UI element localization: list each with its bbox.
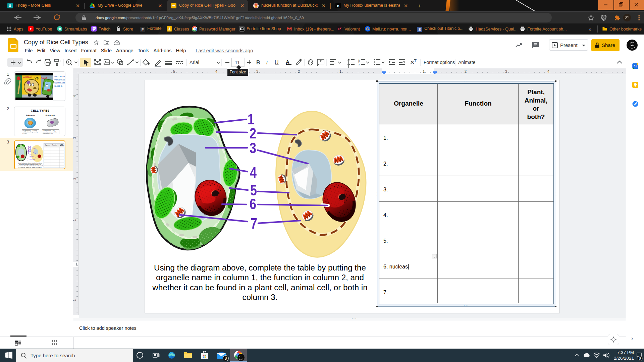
- svg-text:4: 4: [547, 69, 549, 73]
- svg-text:Format options: Format options: [424, 60, 455, 65]
- svg-text:3: 3: [256, 69, 258, 73]
- svg-text:Arial: Arial: [190, 60, 199, 65]
- svg-text:2: 2: [73, 178, 76, 180]
- svg-text:2: 2: [298, 69, 300, 73]
- svg-text:B: B: [256, 60, 260, 65]
- svg-text:1: 1: [73, 219, 76, 221]
- svg-text:U: U: [275, 60, 279, 65]
- svg-text:3: 3: [505, 69, 507, 73]
- svg-text:2: 2: [465, 69, 467, 73]
- svg-text:4: 4: [215, 69, 217, 73]
- svg-text:1: 1: [423, 69, 425, 73]
- svg-text:7: 7: [251, 215, 257, 232]
- svg-text:31: 31: [634, 65, 637, 68]
- svg-text:1: 1: [73, 299, 76, 301]
- svg-text:11: 11: [235, 60, 240, 65]
- svg-text:5: 5: [173, 69, 175, 73]
- svg-text:T: T: [414, 58, 417, 63]
- svg-text:I: I: [266, 60, 268, 65]
- svg-text:6: 6: [250, 195, 256, 213]
- svg-text:A: A: [286, 59, 289, 65]
- svg-text:3: 3: [358, 63, 360, 66]
- svg-text:3: 3: [73, 137, 76, 139]
- svg-text:4: 4: [250, 164, 257, 181]
- svg-text:Function: Function: [52, 144, 57, 146]
- svg-text:Organelle: Organelle: [45, 144, 50, 146]
- svg-text:4: 4: [73, 95, 76, 97]
- svg-text:3: 3: [250, 139, 256, 157]
- svg-text:Animate: Animate: [458, 60, 476, 65]
- svg-text:1: 1: [339, 69, 341, 73]
- svg-text:Animal?: Animal?: [60, 145, 64, 146]
